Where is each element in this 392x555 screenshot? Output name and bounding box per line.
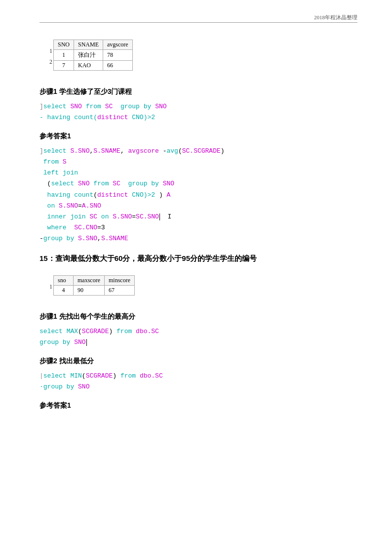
col-sname: SNAME: [74, 40, 103, 50]
code-block-4: |select MIN(SCGRADE) from dbo.SC ·group …: [39, 371, 357, 392]
cell-sno-2: 7: [54, 61, 74, 71]
cell-sno-t2-1: 4: [54, 285, 74, 295]
header-line: [39, 22, 357, 23]
table-row: 4 90 67: [54, 285, 135, 295]
code-block-1: ]select SNO from SC group by SNO - havin…: [39, 101, 357, 123]
row-num-t2-1: 1: [49, 281, 52, 292]
cell-maxscore-1: 90: [74, 285, 105, 295]
result-table-1-wrapper: 1 2 SNO SNAME avgscore 1 张白汁 78 7 KAO: [49, 35, 357, 79]
step15-1-heading: 步骤1 先找出每个学生的最高分: [39, 312, 357, 321]
cell-avgscore-1: 78: [103, 50, 133, 61]
ref1-heading: 参考答案1: [39, 132, 357, 141]
col-minscore: minscore: [104, 275, 134, 285]
result-table-2-wrapper: 1 sno maxscore minscore 4 90 67: [49, 270, 357, 303]
cell-sname-1: 张白汁: [74, 50, 103, 61]
cell-sno-1: 1: [54, 50, 74, 61]
cell-minscore-1: 67: [104, 285, 134, 295]
step15-2-heading: 步骤2 找出最低分: [39, 357, 357, 366]
result-table-1: SNO SNAME avgscore 1 张白汁 78 7 KAO 66: [53, 40, 133, 71]
col-sno: SNO: [54, 40, 74, 50]
code-block-3: select MAX(SCGRADE) from dbo.SC group by…: [39, 326, 357, 348]
header-text: 2018年程沐晶整理: [314, 14, 357, 21]
result-table-2: sno maxscore minscore 4 90 67: [53, 275, 135, 296]
row-num-2: 2: [49, 56, 52, 67]
row-numbers-1: 1 2: [49, 35, 52, 67]
col-maxscore: maxscore: [74, 275, 105, 285]
col-avgscore: avgscore: [103, 40, 133, 50]
cell-avgscore-2: 66: [103, 61, 133, 71]
table-row: 7 KAO 66: [54, 61, 133, 71]
code-block-2: ]select S.SNO,S.SNAME, avgscore -avg(SC.…: [39, 146, 357, 244]
col-sno-t2: sno: [54, 275, 74, 285]
row-num-1: 1: [49, 45, 52, 56]
step1-heading: 步骤1 学生选修了至少3门课程: [39, 87, 357, 96]
section15-title: 15：查询最低分数大于60分，最高分数小于95分的学生学生的编号: [39, 253, 357, 264]
cell-sname-2: KAO: [74, 61, 103, 71]
row-numbers-2: 1: [49, 270, 52, 292]
page: 2018年程沐晶整理 1 2 SNO SNAME avgscore 1 张白汁 …: [0, 0, 392, 445]
ref15-1-heading: 参考答案1: [39, 401, 357, 410]
table-row: 1 张白汁 78: [54, 50, 133, 61]
